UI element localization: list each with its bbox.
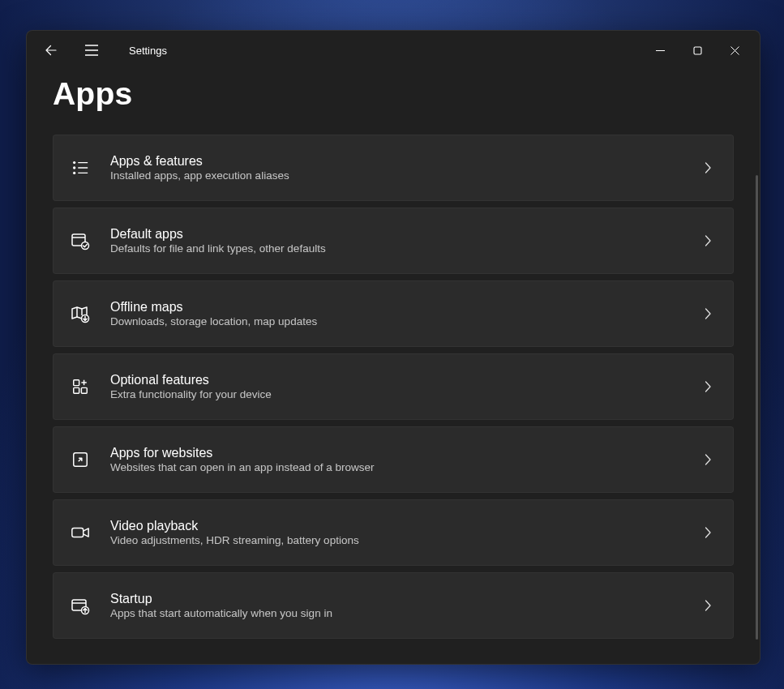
svg-rect-25 [72, 528, 84, 537]
svg-rect-4 [694, 47, 701, 54]
setting-video-playback[interactable]: Video playback Video adjustments, HDR st… [53, 499, 734, 566]
setting-default-apps[interactable]: Default apps Defaults for file and link … [53, 208, 734, 274]
offline-maps-icon [68, 302, 92, 326]
setting-title: Default apps [110, 227, 702, 242]
minimize-button[interactable] [641, 36, 679, 65]
close-icon [730, 46, 739, 55]
chevron-right-icon [702, 527, 713, 538]
settings-list: Apps & features Installed apps, app exec… [53, 135, 734, 639]
setting-text: Startup Apps that start automatically wh… [110, 592, 702, 619]
settings-window: Settings Apps [26, 30, 760, 665]
setting-title: Video playback [110, 519, 702, 533]
chevron-right-icon [702, 235, 713, 246]
setting-text: Apps & features Installed apps, app exec… [110, 154, 702, 182]
video-playback-icon [68, 520, 92, 545]
svg-rect-20 [81, 387, 87, 393]
setting-text: Apps for websites Websites that can open… [110, 446, 702, 473]
setting-description: Downloads, storage location, map updates [110, 315, 702, 327]
maximize-button[interactable] [679, 36, 716, 65]
setting-title: Optional features [110, 373, 702, 387]
svg-rect-21 [74, 387, 79, 393]
chevron-right-icon [702, 381, 713, 392]
setting-title: Startup [110, 592, 702, 606]
hamburger-icon [85, 45, 98, 56]
chevron-right-icon [702, 454, 713, 465]
optional-features-icon [68, 374, 92, 399]
apps-websites-icon [68, 447, 92, 472]
content-area: Apps Apps & features Installed apps, ap [27, 70, 760, 664]
svg-point-9 [73, 172, 75, 174]
titlebar: Settings [27, 31, 760, 70]
setting-title: Apps for websites [110, 446, 702, 460]
setting-optional-features[interactable]: Optional features Extra functionality fo… [53, 353, 734, 420]
setting-offline-maps[interactable]: Offline maps Downloads, storage location… [53, 280, 734, 347]
setting-text: Offline maps Downloads, storage location… [110, 300, 702, 327]
back-button[interactable] [40, 39, 62, 62]
scrollbar[interactable] [756, 175, 758, 640]
setting-title: Apps & features [110, 154, 702, 169]
setting-description: Video adjustments, HDR streaming, batter… [110, 534, 702, 546]
setting-title: Offline maps [110, 300, 702, 315]
chevron-right-icon [702, 162, 713, 173]
setting-description: Extra functionality for your device [110, 388, 702, 400]
minimize-icon [656, 46, 665, 55]
svg-point-8 [73, 166, 75, 169]
setting-description: Apps that start automatically when you s… [110, 607, 702, 619]
chevron-right-icon [702, 308, 713, 319]
apps-features-icon [68, 156, 92, 180]
back-arrow-icon [45, 44, 58, 57]
page-title: Apps [53, 76, 734, 112]
default-apps-icon [68, 229, 92, 253]
window-controls [641, 36, 753, 65]
window-title: Settings [129, 45, 167, 57]
titlebar-left: Settings [40, 37, 167, 63]
svg-rect-19 [74, 380, 79, 386]
maximize-icon [693, 46, 702, 55]
setting-text: Optional features Extra functionality fo… [110, 373, 702, 400]
setting-startup[interactable]: Startup Apps that start automatically wh… [53, 572, 734, 639]
chevron-right-icon [702, 600, 713, 611]
setting-apps-features[interactable]: Apps & features Installed apps, app exec… [53, 135, 734, 201]
close-button[interactable] [716, 36, 753, 65]
setting-text: Default apps Defaults for file and link … [110, 227, 702, 255]
hamburger-button[interactable] [79, 37, 105, 63]
setting-description: Defaults for file and link types, other … [110, 242, 702, 255]
setting-description: Websites that can open in an app instead… [110, 461, 702, 473]
setting-text: Video playback Video adjustments, HDR st… [110, 519, 702, 546]
startup-icon [68, 593, 92, 618]
setting-apps-for-websites[interactable]: Apps for websites Websites that can open… [53, 426, 734, 493]
svg-point-7 [73, 161, 75, 164]
setting-description: Installed apps, app execution aliases [110, 169, 702, 182]
